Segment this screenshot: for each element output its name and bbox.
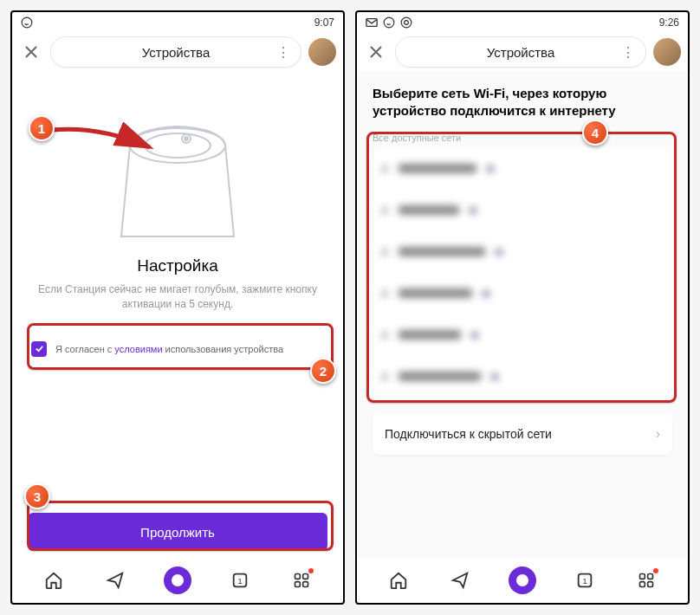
hidden-network-button[interactable]: Подключиться к скрытой сети › bbox=[373, 413, 672, 455]
setup-title: Настройка bbox=[28, 256, 327, 275]
svg-rect-18 bbox=[648, 574, 653, 579]
nav-alice[interactable] bbox=[164, 566, 191, 594]
close-icon bbox=[24, 45, 38, 59]
notification-dot bbox=[653, 568, 658, 573]
nav-send[interactable] bbox=[446, 566, 474, 594]
setup-description: Если Станция сейчас не мигает голубым, з… bbox=[28, 282, 327, 312]
nav-tabs[interactable]: 1 bbox=[226, 566, 254, 594]
nav-send[interactable] bbox=[101, 566, 129, 594]
grid-icon bbox=[293, 572, 310, 589]
screen-wifi: 9:26 Устройства ⋮ Выберите сеть Wi-Fi, ч… bbox=[355, 10, 690, 605]
terms-text: Я согласен с условиями использования уст… bbox=[55, 344, 283, 354]
wifi-network-item[interactable] bbox=[373, 148, 672, 190]
svg-text:1: 1 bbox=[582, 577, 587, 586]
svg-text:1: 1 bbox=[237, 577, 242, 586]
alice-icon bbox=[516, 574, 528, 586]
svg-point-13 bbox=[401, 17, 412, 28]
tabs-icon: 1 bbox=[230, 571, 250, 590]
wifi-network-item[interactable] bbox=[373, 314, 672, 356]
device-illustration bbox=[28, 94, 327, 249]
home-icon bbox=[44, 571, 63, 590]
send-icon bbox=[450, 571, 470, 590]
wifi-heading: Выберите сеть Wi-Fi, через которую устро… bbox=[373, 85, 672, 120]
header-title: Устройства bbox=[487, 45, 554, 60]
menu-button[interactable]: ⋮ bbox=[621, 44, 635, 61]
grid-icon bbox=[638, 572, 655, 589]
bottom-nav: 1 bbox=[12, 558, 343, 603]
hidden-network-label: Подключиться к скрытой сети bbox=[385, 427, 552, 441]
wifi-network-item[interactable] bbox=[373, 356, 672, 398]
alice-icon bbox=[172, 574, 184, 586]
mail-icon bbox=[366, 17, 378, 28]
svg-point-4 bbox=[185, 137, 188, 140]
wifi-all-networks-label: Все доступные сети bbox=[373, 133, 672, 143]
header: Устройства ⋮ bbox=[12, 33, 343, 71]
screen-setup: 9:07 Устройства ⋮ bbox=[10, 10, 345, 605]
header-title-pill[interactable]: Устройства ⋮ bbox=[50, 36, 301, 68]
svg-rect-8 bbox=[303, 574, 308, 579]
nav-home[interactable] bbox=[385, 566, 412, 594]
continue-button[interactable]: Продолжить bbox=[28, 513, 327, 551]
tabs-icon: 1 bbox=[575, 571, 594, 590]
avatar[interactable] bbox=[308, 38, 336, 66]
whatsapp-icon bbox=[383, 16, 395, 29]
chevron-right-icon: › bbox=[656, 426, 660, 442]
whatsapp-icon bbox=[21, 16, 33, 29]
home-icon bbox=[389, 571, 408, 590]
close-button[interactable] bbox=[19, 40, 43, 64]
nav-services[interactable] bbox=[288, 566, 315, 594]
status-time: 9:07 bbox=[314, 16, 334, 29]
header-title: Устройства bbox=[142, 45, 210, 60]
svg-rect-9 bbox=[295, 582, 301, 587]
send-icon bbox=[106, 571, 125, 590]
svg-rect-10 bbox=[303, 582, 308, 587]
svg-rect-7 bbox=[295, 574, 301, 579]
terms-link[interactable]: условиями bbox=[114, 344, 162, 354]
nav-tabs[interactable]: 1 bbox=[571, 566, 599, 594]
header: Устройства ⋮ bbox=[357, 33, 688, 71]
svg-point-0 bbox=[22, 17, 32, 28]
svg-rect-11 bbox=[366, 19, 377, 27]
bottom-nav: 1 bbox=[357, 558, 688, 603]
statusbar: 9:07 bbox=[12, 12, 343, 33]
avatar[interactable] bbox=[653, 38, 681, 66]
nav-services[interactable] bbox=[632, 566, 660, 594]
menu-button[interactable]: ⋮ bbox=[276, 44, 290, 61]
svg-rect-20 bbox=[648, 582, 653, 587]
nav-home[interactable] bbox=[40, 566, 68, 594]
wifi-network-item[interactable] bbox=[373, 273, 672, 314]
svg-point-12 bbox=[384, 17, 394, 28]
svg-rect-19 bbox=[640, 582, 645, 587]
svg-rect-17 bbox=[640, 574, 645, 579]
header-title-pill[interactable]: Устройства ⋮ bbox=[395, 36, 646, 68]
status-time: 9:26 bbox=[659, 16, 679, 29]
svg-point-14 bbox=[405, 21, 409, 25]
nav-alice[interactable] bbox=[509, 566, 536, 594]
check-icon bbox=[35, 344, 44, 353]
svg-point-2 bbox=[145, 133, 211, 158]
wifi-network-list bbox=[373, 148, 672, 398]
notification-dot bbox=[308, 568, 314, 573]
statusbar: 9:26 bbox=[357, 12, 688, 33]
terms-row: Я согласен с условиями использования уст… bbox=[28, 334, 327, 364]
wifi-network-item[interactable] bbox=[373, 190, 672, 231]
at-icon bbox=[400, 16, 412, 29]
close-button[interactable] bbox=[364, 40, 388, 64]
terms-checkbox[interactable] bbox=[31, 341, 47, 357]
wifi-network-item[interactable] bbox=[373, 231, 672, 273]
close-icon bbox=[369, 45, 383, 59]
